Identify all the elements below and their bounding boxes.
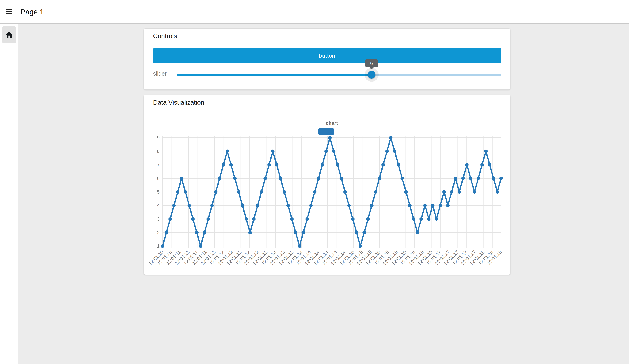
slider-track-fill bbox=[177, 74, 372, 76]
data-point[interactable] bbox=[362, 231, 366, 234]
data-point[interactable] bbox=[233, 177, 237, 180]
data-point[interactable] bbox=[355, 231, 358, 234]
data-point[interactable] bbox=[256, 204, 259, 207]
action-button[interactable]: button bbox=[153, 48, 501, 63]
data-point[interactable] bbox=[267, 163, 271, 167]
slider-handle[interactable] bbox=[368, 71, 375, 79]
data-point[interactable] bbox=[328, 136, 332, 139]
data-point[interactable] bbox=[271, 150, 275, 153]
data-point[interactable] bbox=[260, 190, 263, 194]
data-point[interactable] bbox=[279, 177, 282, 180]
data-point[interactable] bbox=[446, 204, 450, 207]
data-point[interactable] bbox=[317, 177, 320, 180]
data-point[interactable] bbox=[195, 231, 198, 234]
data-point[interactable] bbox=[412, 217, 415, 221]
home-button[interactable] bbox=[2, 26, 16, 43]
data-point[interactable] bbox=[187, 204, 191, 207]
data-point[interactable] bbox=[324, 150, 328, 153]
data-point[interactable] bbox=[484, 150, 488, 153]
data-point[interactable] bbox=[172, 204, 176, 207]
data-point[interactable] bbox=[480, 163, 484, 167]
data-point[interactable] bbox=[332, 150, 335, 153]
data-point[interactable] bbox=[404, 190, 408, 194]
data-point[interactable] bbox=[210, 204, 214, 207]
data-point[interactable] bbox=[496, 190, 499, 194]
data-point[interactable] bbox=[381, 163, 385, 167]
data-point[interactable] bbox=[206, 217, 210, 221]
data-point[interactable] bbox=[199, 245, 202, 248]
data-point[interactable] bbox=[465, 163, 469, 167]
data-point[interactable] bbox=[214, 190, 218, 194]
data-point[interactable] bbox=[283, 190, 286, 194]
data-point[interactable] bbox=[184, 190, 187, 194]
slider[interactable]: 6 bbox=[177, 68, 501, 82]
data-point[interactable] bbox=[492, 177, 495, 180]
data-point[interactable] bbox=[397, 163, 400, 167]
data-point[interactable] bbox=[168, 217, 172, 221]
data-point[interactable] bbox=[401, 177, 404, 180]
data-point[interactable] bbox=[370, 204, 374, 207]
data-point[interactable] bbox=[241, 204, 244, 207]
data-point[interactable] bbox=[473, 190, 476, 194]
data-point[interactable] bbox=[309, 204, 313, 207]
data-point[interactable] bbox=[442, 190, 446, 194]
data-point[interactable] bbox=[378, 177, 381, 180]
data-point[interactable] bbox=[469, 177, 472, 180]
data-point[interactable] bbox=[237, 190, 240, 194]
data-point[interactable] bbox=[302, 231, 305, 234]
data-point[interactable] bbox=[358, 245, 362, 248]
data-point[interactable] bbox=[389, 136, 392, 139]
data-point[interactable] bbox=[222, 163, 225, 167]
data-point[interactable] bbox=[320, 163, 324, 167]
data-point[interactable] bbox=[476, 177, 480, 180]
data-point[interactable] bbox=[218, 177, 221, 180]
data-point[interactable] bbox=[458, 190, 461, 194]
data-point[interactable] bbox=[264, 177, 267, 180]
data-point[interactable] bbox=[248, 231, 252, 234]
data-point[interactable] bbox=[305, 217, 309, 221]
y-axis-tick-label: 9 bbox=[157, 135, 160, 140]
data-point[interactable] bbox=[408, 204, 412, 207]
data-point[interactable] bbox=[416, 231, 419, 234]
data-point[interactable] bbox=[454, 177, 457, 180]
data-point[interactable] bbox=[252, 217, 256, 221]
data-point[interactable] bbox=[393, 150, 396, 153]
data-point[interactable] bbox=[161, 245, 164, 248]
data-point[interactable] bbox=[225, 150, 229, 153]
data-point[interactable] bbox=[287, 204, 290, 207]
data-point[interactable] bbox=[439, 204, 442, 207]
line-chart[interactable]: 12:01:1012:01:1012:01:1112:01:1112:01:11… bbox=[144, 113, 510, 274]
hamburger-menu-icon[interactable] bbox=[6, 9, 12, 14]
data-point[interactable] bbox=[427, 217, 431, 221]
data-point[interactable] bbox=[431, 204, 434, 207]
data-point[interactable] bbox=[245, 217, 248, 221]
data-point[interactable] bbox=[419, 217, 423, 221]
data-point[interactable] bbox=[423, 204, 427, 207]
data-point[interactable] bbox=[366, 217, 370, 221]
y-axis-tick-label: 6 bbox=[157, 176, 160, 181]
data-point[interactable] bbox=[343, 190, 347, 194]
data-point[interactable] bbox=[461, 177, 465, 180]
data-point[interactable] bbox=[294, 231, 298, 234]
data-point[interactable] bbox=[499, 177, 503, 180]
data-point[interactable] bbox=[176, 190, 179, 194]
data-point[interactable] bbox=[488, 163, 491, 167]
data-point[interactable] bbox=[313, 190, 316, 194]
data-point[interactable] bbox=[385, 150, 389, 153]
data-point[interactable] bbox=[298, 245, 301, 248]
data-point[interactable] bbox=[340, 177, 343, 180]
data-point[interactable] bbox=[164, 231, 168, 234]
data-point[interactable] bbox=[336, 163, 339, 167]
data-point[interactable] bbox=[275, 163, 278, 167]
data-point[interactable] bbox=[229, 163, 233, 167]
data-point[interactable] bbox=[347, 204, 351, 207]
data-point[interactable] bbox=[180, 177, 183, 180]
data-point[interactable] bbox=[191, 217, 195, 221]
page-title: Page 1 bbox=[20, 8, 44, 16]
data-point[interactable] bbox=[435, 217, 438, 221]
data-point[interactable] bbox=[290, 217, 294, 221]
data-point[interactable] bbox=[450, 190, 453, 194]
data-point[interactable] bbox=[351, 217, 354, 221]
data-point[interactable] bbox=[203, 231, 206, 234]
data-point[interactable] bbox=[374, 190, 377, 194]
